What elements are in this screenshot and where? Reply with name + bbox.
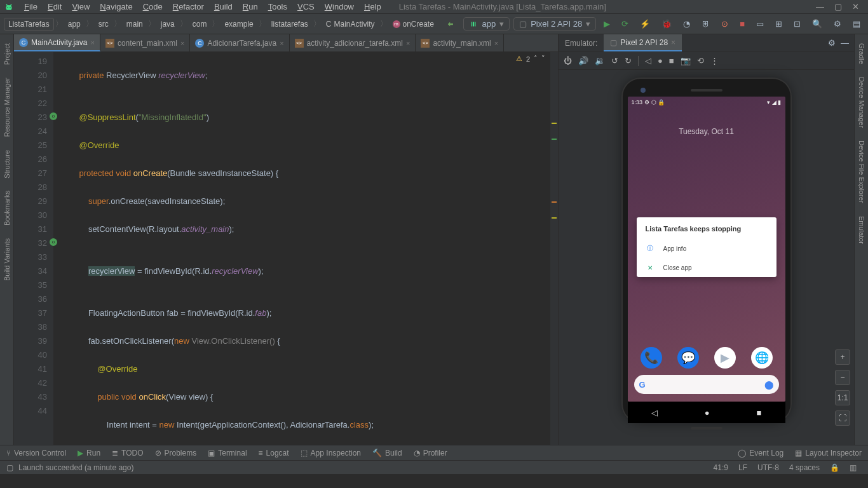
caret-down-icon[interactable]: ˅	[541, 55, 545, 63]
apply-changes-icon[interactable]: ⟳	[618, 18, 632, 30]
layout-validation-icon[interactable]: ⊡	[790, 18, 804, 30]
rail-device-manager[interactable]: Device Manager	[858, 71, 865, 134]
more-icon[interactable]: ⋮	[710, 56, 719, 65]
apply-code-icon[interactable]: ⚡	[636, 18, 654, 30]
caret-up-icon[interactable]: ˄	[534, 55, 538, 63]
nav-back-icon[interactable]: ◁	[651, 408, 658, 417]
crumb-package[interactable]: listatarefas	[268, 18, 312, 30]
close-icon[interactable]: ×	[671, 38, 675, 47]
tool-version-control[interactable]: ⑂Version Control	[6, 449, 66, 458]
readonly-icon[interactable]: 🔒	[825, 463, 844, 472]
crumb-app[interactable]: app	[64, 18, 85, 30]
close-app-button[interactable]: ✕ Close app	[637, 258, 776, 277]
indent-setting[interactable]: 4 spaces	[784, 463, 825, 472]
rail-resource-manager[interactable]: Resource Manager	[3, 71, 11, 144]
override-marker-icon[interactable]: o	[50, 238, 57, 246]
override-marker-icon[interactable]: o	[50, 112, 57, 120]
tool-layout-inspector[interactable]: ▦Layout Inspector	[795, 449, 862, 458]
power-icon[interactable]: ⏻	[564, 56, 572, 65]
messages-app-icon[interactable]: 💬	[677, 347, 699, 369]
tool-todo[interactable]: ≣TODO	[112, 449, 143, 458]
rail-device-file-explorer[interactable]: Device File Explorer	[858, 134, 865, 209]
debug-button[interactable]: 🐞	[658, 18, 675, 30]
rail-bookmarks[interactable]: Bookmarks	[3, 184, 11, 232]
tool-app-inspection[interactable]: ⬚App Inspection	[301, 449, 361, 458]
crumb-com[interactable]: com	[189, 18, 211, 30]
menu-code[interactable]: Code	[138, 2, 168, 11]
search-everywhere-icon[interactable]: 🔍	[808, 18, 826, 30]
device-selector[interactable]: ▢Pixel 2 API 28 ▾	[513, 17, 596, 30]
rotate-left-icon[interactable]: ↺	[611, 56, 618, 65]
avd-manager-icon[interactable]: ▭	[752, 18, 768, 30]
close-icon[interactable]: ×	[494, 39, 498, 47]
tab-activity-adicionar[interactable]: <>activity_adicionar_tarefa.xml×	[290, 34, 416, 51]
phone-screen[interactable]: 1:33 ⚙ ⬡ 🔒 ▾ ◢ ▮ Tuesday, Oct 11 Lista T…	[628, 97, 785, 402]
menu-navigate[interactable]: Navigate	[95, 2, 137, 11]
overview-icon[interactable]: ■	[669, 56, 674, 65]
tool-problems[interactable]: ⊘Problems	[155, 449, 197, 458]
minimize-button[interactable]: —	[816, 2, 824, 11]
stop-button[interactable]: ■	[736, 18, 749, 30]
nav-home-icon[interactable]: ●	[705, 408, 710, 417]
close-icon[interactable]: ×	[180, 39, 184, 47]
crumb-method[interactable]: monCreate	[389, 18, 438, 30]
tool-run[interactable]: ▶Run	[78, 449, 100, 458]
menu-help[interactable]: Help	[359, 2, 386, 11]
menu-tools[interactable]: Tools	[263, 2, 292, 11]
crumb-main[interactable]: main	[123, 18, 147, 30]
maximize-button[interactable]: ▢	[834, 2, 842, 11]
tab-adicionar-tarefa[interactable]: CAdicionarTarefa.java×	[190, 34, 289, 51]
menu-vcs[interactable]: VCS	[292, 2, 320, 11]
back-icon[interactable]: ◁	[645, 56, 651, 65]
tool-event-log[interactable]: ◯Event Log	[738, 449, 783, 458]
rail-build-variants[interactable]: Build Variants	[3, 232, 11, 287]
rail-gradle[interactable]: Gradle	[858, 37, 865, 71]
zoom-11-button[interactable]: 1:1	[835, 390, 850, 405]
rotate-right-icon[interactable]: ↻	[625, 56, 632, 65]
menu-build[interactable]: Build	[209, 2, 238, 11]
file-encoding[interactable]: UTF-8	[752, 463, 784, 472]
rail-structure[interactable]: Structure	[3, 144, 11, 185]
nav-overview-icon[interactable]: ■	[757, 408, 762, 417]
zoom-fit-button[interactable]: ⛶	[835, 410, 850, 426]
run-button[interactable]: ▶	[600, 18, 614, 30]
attach-debugger-icon[interactable]: ⊙	[717, 18, 732, 30]
sync-gradle-icon[interactable]	[443, 18, 459, 30]
app-info-button[interactable]: ⓘ App info	[637, 239, 776, 258]
menu-refactor[interactable]: Refactor	[168, 2, 209, 11]
gear-icon[interactable]: ⚙	[828, 38, 836, 48]
crumb-java[interactable]: java	[157, 18, 179, 30]
account-icon[interactable]: ▤	[849, 18, 864, 30]
crumb-src[interactable]: src	[95, 18, 112, 30]
menu-file[interactable]: File	[19, 2, 43, 11]
inspection-indicators[interactable]: ⚠2 ˄ ˅	[516, 55, 545, 63]
rail-emulator[interactable]: Emulator	[858, 210, 865, 250]
close-icon[interactable]: ×	[406, 39, 410, 47]
menu-edit[interactable]: Edit	[43, 2, 67, 11]
google-search-bar[interactable]: G ⬤	[634, 375, 779, 394]
close-icon[interactable]: ×	[280, 39, 283, 47]
rail-project[interactable]: Project	[3, 37, 11, 71]
crumb-example[interactable]: example	[220, 18, 257, 30]
volume-up-icon[interactable]: 🔊	[578, 56, 588, 65]
tool-build[interactable]: 🔨Build	[372, 449, 402, 458]
tool-logcat[interactable]: ≡Logcat	[259, 449, 289, 458]
emulator-device-tab[interactable]: ▢Pixel 2 API 28×	[604, 34, 682, 51]
record-icon[interactable]: ⟲	[697, 56, 704, 65]
phone-app-icon[interactable]: 📞	[641, 347, 662, 369]
sdk-manager-icon[interactable]: ⊞	[771, 18, 786, 30]
tool-profiler[interactable]: ◔Profiler	[414, 449, 447, 458]
memory-indicator-icon[interactable]: ▥	[844, 463, 862, 472]
tool-terminal[interactable]: ▣Terminal	[208, 449, 247, 458]
code-editor[interactable]: 19202122 23o 2425262728293031 32o 333435…	[14, 52, 558, 445]
settings-icon[interactable]: ⚙	[830, 18, 845, 30]
volume-down-icon[interactable]: 🔉	[595, 56, 605, 65]
menu-run[interactable]: Run	[238, 2, 263, 11]
crumb-class[interactable]: CMainActivity	[322, 18, 379, 30]
tab-main-activity[interactable]: CMainActivity.java×	[14, 34, 100, 51]
code-text[interactable]: private RecyclerView recyclerView; @Supp…	[65, 52, 558, 445]
coverage-icon[interactable]: ⛨	[698, 18, 714, 30]
run-config-app[interactable]: app ▾	[463, 17, 510, 30]
profile-icon[interactable]: ◔	[679, 18, 694, 30]
close-window-button[interactable]: ✕	[852, 2, 859, 11]
